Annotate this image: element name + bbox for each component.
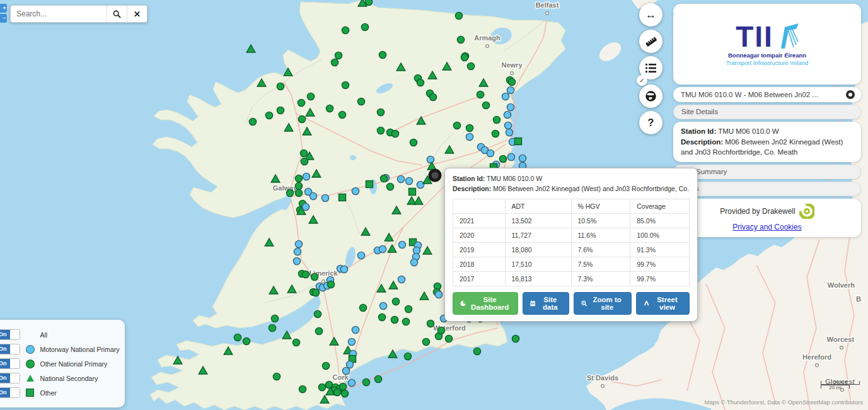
privacy-cookies-link[interactable]: Privacy and Cookies: [732, 223, 801, 231]
map-marker[interactable]: [482, 102, 489, 108]
map-marker[interactable]: [249, 118, 256, 125]
map-marker[interactable]: [335, 52, 342, 59]
map-marker[interactable]: [357, 252, 364, 259]
selected-site-marker[interactable]: [430, 170, 440, 180]
map-marker[interactable]: [386, 183, 393, 190]
map-marker[interactable]: [417, 79, 424, 86]
map-marker[interactable]: [502, 93, 509, 100]
map-marker[interactable]: [352, 326, 359, 333]
map-marker[interactable]: [327, 281, 334, 288]
map-marker[interactable]: [361, 23, 368, 30]
map-marker[interactable]: [379, 302, 386, 309]
map-marker[interactable]: [295, 182, 302, 189]
map-marker[interactable]: [422, 338, 429, 345]
map-marker[interactable]: [506, 129, 512, 136]
map-marker[interactable]: [243, 337, 250, 344]
map-marker[interactable]: [377, 108, 384, 115]
map-marker[interactable]: [504, 122, 511, 129]
map-marker[interactable]: [379, 51, 386, 58]
map-marker[interactable]: [277, 83, 284, 90]
map-marker[interactable]: [322, 362, 329, 369]
map-marker[interactable]: [298, 99, 304, 106]
legend-toggle-motorway[interactable]: On: [0, 344, 20, 354]
map-marker[interactable]: [493, 116, 500, 123]
map-marker[interactable]: [269, 324, 275, 331]
map-marker[interactable]: [507, 153, 514, 160]
map-marker[interactable]: [348, 338, 355, 345]
site-selector[interactable]: TMU M06 010.0 W - M06 Between Jn02 ...: [673, 87, 861, 102]
map-marker[interactable]: [508, 78, 515, 85]
search-input[interactable]: [11, 6, 107, 22]
map-marker[interactable]: [331, 59, 338, 66]
map-marker[interactable]: [300, 149, 307, 156]
map-marker[interactable]: [417, 181, 424, 188]
map-marker[interactable]: [352, 187, 359, 194]
map-marker[interactable]: [271, 315, 278, 322]
map-marker[interactable]: [346, 361, 353, 368]
map-marker[interactable]: [273, 373, 280, 380]
map-marker[interactable]: [318, 384, 325, 390]
section-site-details[interactable]: Site Details: [673, 105, 861, 119]
map-marker[interactable]: [342, 367, 349, 374]
site-dashboard-button[interactable]: Site Dashboard: [453, 292, 518, 315]
street-view-button[interactable]: Street view: [636, 292, 690, 315]
map-marker[interactable]: [339, 383, 346, 390]
legend-toggle-secondary[interactable]: On: [0, 373, 20, 384]
map-marker[interactable]: [379, 245, 386, 252]
map-marker[interactable]: [340, 266, 347, 272]
map-marker[interactable]: [295, 240, 302, 247]
section-site-summary[interactable]: Site Summary: [673, 165, 861, 179]
map-marker[interactable]: [326, 105, 333, 112]
map-marker[interactable]: [461, 54, 468, 61]
map-marker[interactable]: [342, 81, 349, 88]
map-marker[interactable]: [410, 139, 417, 146]
map-marker[interactable]: [292, 339, 299, 346]
map-marker[interactable]: [348, 379, 355, 386]
map-marker[interactable]: [307, 93, 314, 100]
map-marker[interactable]: [398, 276, 405, 283]
map-marker[interactable]: [265, 112, 272, 119]
map-marker[interactable]: [299, 385, 306, 392]
map-marker[interactable]: [378, 313, 385, 320]
map-marker[interactable]: [301, 158, 308, 165]
map-marker[interactable]: [341, 390, 348, 397]
map-marker[interactable]: [392, 298, 399, 305]
clear-search-button[interactable]: ✕: [127, 6, 147, 22]
map-marker[interactable]: [445, 335, 452, 342]
map-marker[interactable]: [362, 378, 369, 385]
map-marker[interactable]: [467, 62, 474, 69]
map-marker[interactable]: [455, 12, 462, 19]
gear-icon[interactable]: [846, 90, 855, 99]
map-marker[interactable]: [492, 130, 499, 137]
map-marker[interactable]: [519, 155, 526, 161]
map-marker[interactable]: [457, 36, 464, 43]
map-marker[interactable]: [405, 305, 412, 312]
map-marker[interactable]: [339, 194, 346, 201]
map-marker[interactable]: [391, 130, 398, 137]
map-marker[interactable]: [339, 111, 345, 118]
map-marker[interactable]: [277, 107, 284, 114]
map-marker[interactable]: [366, 181, 373, 188]
map-marker[interactable]: [295, 175, 302, 182]
map-marker[interactable]: [512, 335, 519, 342]
map-marker[interactable]: [357, 98, 364, 105]
legend-toggle-other-national[interactable]: On: [0, 358, 20, 369]
map-marker[interactable]: [286, 189, 293, 196]
map-marker[interactable]: [321, 194, 328, 201]
map-marker[interactable]: [487, 149, 494, 156]
map-marker[interactable]: [402, 318, 409, 325]
map-marker[interactable]: [466, 124, 473, 131]
help-button[interactable]: ?: [639, 111, 663, 134]
map-marker[interactable]: [397, 175, 404, 182]
map-zoom-control[interactable]: + −: [0, 4, 7, 24]
map-marker[interactable]: [342, 26, 349, 33]
zoom-in-button[interactable]: +: [0, 4, 7, 13]
map-marker[interactable]: [312, 289, 319, 296]
map-marker[interactable]: [507, 103, 514, 110]
map-marker[interactable]: [302, 203, 309, 210]
map-marker[interactable]: [477, 91, 483, 98]
map-marker[interactable]: [294, 248, 301, 255]
map-marker[interactable]: [427, 156, 434, 163]
map-marker[interactable]: [315, 327, 322, 334]
map-marker[interactable]: [437, 327, 444, 334]
